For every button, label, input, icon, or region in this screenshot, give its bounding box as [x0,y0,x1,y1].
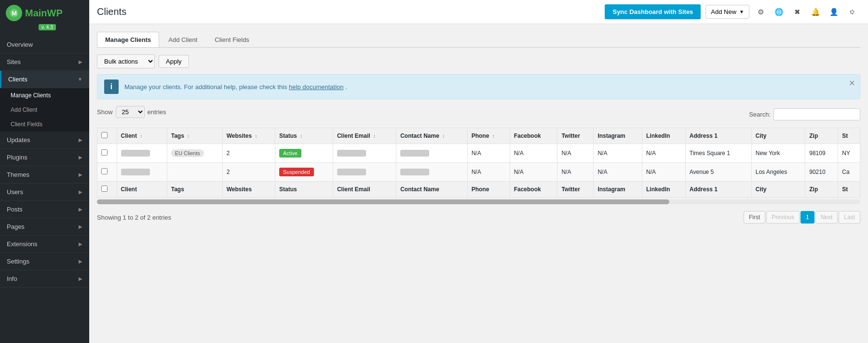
help-documentation-link[interactable]: help documentation [289,83,343,91]
row1-contact [396,144,468,163]
sidebar-item-clients[interactable]: Clients ▼ [0,71,89,88]
footer-col-address1: Address 1 [685,182,751,198]
row1-state: NY [838,144,860,163]
col-twitter: Twitter [557,128,594,144]
gear-icon-button[interactable]: ⚙ [752,4,769,20]
sidebar-item-extensions[interactable]: Extensions ▶ [0,236,89,253]
pagination-previous-button[interactable]: Previous [766,211,800,224]
col-facebook: Facebook [510,128,557,144]
entries-per-page-select[interactable]: 10 25 50 100 [116,106,145,118]
pagination-first-button[interactable]: First [744,211,765,224]
col-linkedin-label: LinkedIn [646,132,670,139]
sidebar-item-plugins[interactable]: Plugins ▶ [0,149,89,166]
apply-button[interactable]: Apply [159,55,189,68]
horizontal-scrollbar[interactable] [97,199,860,204]
pagination-current-page[interactable]: 1 [800,211,814,224]
row2-select[interactable] [101,168,108,174]
col-state-label: St [842,132,848,139]
sort-status-icon[interactable]: ↕ [300,133,302,139]
main-area: Clients Sync Dashboard with Sites Add Ne… [89,0,868,343]
row1-address1: Times Square 1 [685,144,751,163]
row1-facebook: N/A [510,144,557,163]
sidebar-item-settings[interactable]: Settings ▶ [0,253,89,270]
user-icon-button[interactable]: 👤 [826,4,842,20]
row2-email [333,163,396,182]
info-close-button[interactable]: ✕ [849,79,855,88]
sort-email-icon[interactable]: ↕ [373,133,376,139]
col-city-label: City [756,132,767,139]
tab-manage-clients[interactable]: Manage Clients [97,32,159,47]
sidebar-item-overview[interactable]: Overview [0,36,89,53]
footer-col-facebook: Facebook [510,182,557,198]
sort-tags-icon[interactable]: ↕ [187,133,190,139]
search-input[interactable] [773,108,860,120]
row2-client [117,163,167,182]
row2-city: Los Angeles [751,163,805,182]
sidebar-item-sites[interactable]: Sites ▶ [0,53,89,71]
sidebar-sites-label: Sites [7,58,21,66]
topbar-icons: ⚙ 🌐 ✖ 🔔 👤 ⛭ [752,4,860,20]
chevron-down-icon: ▼ [78,77,82,82]
search-box: Search: [749,108,860,120]
footer-col-instagram: Instagram [594,182,642,198]
sidebar-item-updates[interactable]: Updates ▶ [0,132,89,149]
pagination-last-button[interactable]: Last [839,211,860,224]
entries-label: entries [148,108,166,116]
tab-add-client[interactable]: Add Client [160,32,205,47]
footer-col-linkedin: LinkedIn [642,182,686,198]
topbar: Clients Sync Dashboard with Sites Add Ne… [89,0,868,24]
select-all-checkbox[interactable] [101,132,108,138]
chevron-right-icon-users: ▶ [79,189,82,195]
add-new-caret-icon: ▼ [739,9,744,14]
settings-icon-button[interactable]: ⛭ [844,4,860,20]
sidebar-item-info[interactable]: Info ▶ [0,270,89,288]
col-email: Client Email ↕ [333,128,396,144]
col-status-label: Status [279,132,297,139]
row2-instagram: N/A [594,163,642,182]
col-zip: Zip [805,128,838,144]
sidebar-item-users[interactable]: Users ▶ [0,184,89,201]
sort-client-icon[interactable]: ↕ [140,133,142,139]
show-label: Show [97,108,113,116]
bulk-actions-select[interactable]: Bulk actions [97,54,155,68]
row1-twitter: N/A [557,144,594,163]
sidebar-item-manage-clients[interactable]: Manage Clients [0,88,89,103]
globe-icon-button[interactable]: 🌐 [771,4,787,20]
sort-contact-icon[interactable]: ↕ [442,133,445,139]
tab-client-fields[interactable]: Client Fields [206,32,258,47]
bell-icon-button[interactable]: 🔔 [807,4,824,20]
pagination: First Previous 1 Next Last [744,211,860,224]
pagination-next-button[interactable]: Next [815,211,838,224]
sort-phone-icon[interactable]: ↕ [492,133,495,139]
row2-zip: 90210 [805,163,838,182]
sync-dashboard-button[interactable]: Sync Dashboard with Sites [605,4,701,19]
footer-col-twitter: Twitter [557,182,594,198]
footer-col-tags: Tags [167,182,222,198]
sidebar-plugins-label: Plugins [7,154,27,161]
sidebar-item-pages[interactable]: Pages ▶ [0,218,89,236]
row2-status-badge: Suspended [279,168,314,176]
row1-client-text [121,150,150,157]
sidebar-item-client-fields[interactable]: Client Fields [0,117,89,132]
row2-address1: Avenue 5 [685,163,751,182]
footer-col-checkbox [97,182,117,198]
close-circle-icon-button[interactable]: ✖ [789,4,805,20]
clients-table: Client ↕ Tags ↕ Websites ↕ Status [97,128,860,198]
row2-contact [396,163,468,182]
sidebar-item-posts[interactable]: Posts ▶ [0,201,89,218]
col-client-label: Client [121,132,137,139]
col-client: Client ↕ [117,128,167,144]
row2-email-text [337,169,366,175]
row1-select[interactable] [101,149,108,156]
scrollbar-thumb[interactable] [97,199,669,204]
add-new-button[interactable]: Add New ▼ [705,5,749,19]
content-area: Manage Clients Add Client Client Fields … [89,24,868,343]
version-badge: v. 4.3 [39,24,56,30]
row2-phone: N/A [467,163,510,182]
tabs-bar: Manage Clients Add Client Client Fields [97,32,860,48]
sidebar-item-themes[interactable]: Themes ▶ [0,166,89,184]
sort-websites-icon[interactable]: ↕ [255,133,257,139]
footer-select-all[interactable] [101,185,108,192]
row1-tags: EU Clients [167,144,222,163]
sidebar-item-add-client[interactable]: Add Client [0,103,89,117]
